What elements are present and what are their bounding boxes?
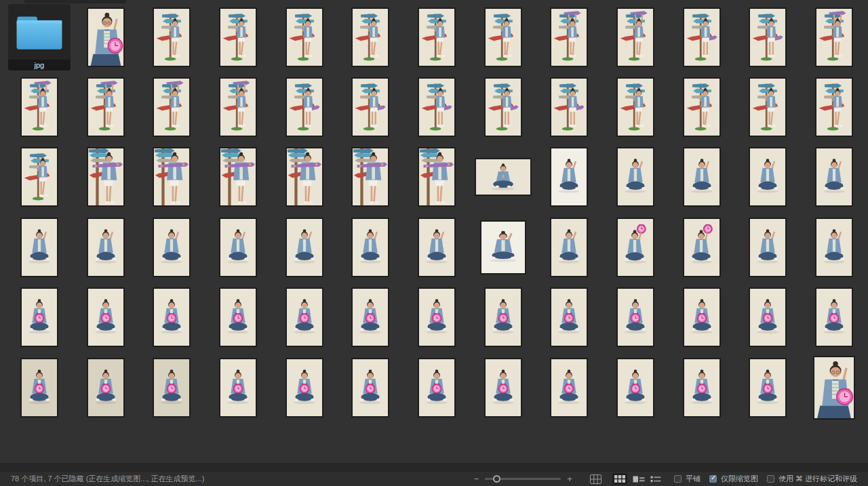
thumbnail-sign-lean[interactable] [153, 7, 191, 67]
thumbnail-sign-stand[interactable] [285, 77, 323, 137]
thumbnail-sit-clock[interactable] [749, 287, 787, 347]
thumbnail-sit-clock[interactable] [550, 287, 588, 347]
thumbnail-sit[interactable] [285, 218, 323, 277]
thumbnail-sit-clock[interactable] [219, 287, 257, 347]
thumbnail-sign-stand[interactable] [351, 77, 389, 137]
thumbnail-sign-lean[interactable] [351, 7, 389, 67]
thumbnail-sign-lean[interactable] [683, 77, 721, 137]
thumbnail-sit-clock[interactable] [351, 287, 389, 347]
thumbnail-sign-close[interactable] [418, 147, 456, 207]
thumbnail-sit-clock[interactable] [484, 287, 522, 347]
thumbnail-sit-clock[interactable] [484, 358, 522, 418]
thumbnail-sit-clock[interactable] [683, 287, 721, 347]
thumbnails-only-checkbox[interactable]: ✓ [709, 475, 717, 483]
grid-filled-icon [614, 475, 625, 483]
photo-illustration [481, 222, 525, 273]
thumbnail-sit-clock[interactable] [219, 358, 257, 418]
photo-illustration [88, 289, 123, 346]
thumbnail-sign-close[interactable] [351, 147, 389, 207]
grid-cell [669, 212, 735, 282]
thumbnail-sign-stand[interactable] [749, 7, 787, 67]
thumbnail-sit[interactable] [749, 147, 787, 207]
grid-view-button[interactable] [612, 473, 627, 485]
thumbnail-sign-close[interactable] [219, 147, 257, 207]
thumbnail-sit[interactable] [815, 218, 853, 277]
thumbnail-sign-lean[interactable] [285, 7, 323, 67]
zoom-out-button[interactable]: − [474, 474, 479, 483]
thumbnail-sign-lean[interactable] [749, 77, 787, 137]
thumbnail-sit-clock[interactable] [285, 287, 323, 347]
list-view-button[interactable] [650, 475, 661, 483]
thumbnail-sit[interactable] [153, 218, 191, 277]
grid-cell [73, 2, 139, 72]
thumbnail-sit-clock[interactable] [20, 287, 58, 347]
cmd-rating-checkbox[interactable] [767, 475, 774, 483]
thumbnail-sit[interactable] [351, 218, 389, 277]
thumbnail-sit-clock[interactable] [616, 287, 654, 347]
thumbnail-sit-clock[interactable] [749, 358, 787, 418]
thumbnail-sit-clock[interactable] [550, 358, 588, 418]
thumbnail-sit-clock[interactable] [418, 287, 456, 347]
thumbnail-sign-lean[interactable] [20, 147, 58, 207]
thumbnail-sign-lean[interactable] [815, 77, 853, 137]
thumbnail-sit-clock[interactable] [87, 358, 125, 418]
photo-illustration [220, 359, 256, 416]
thumbnail-sign-stand[interactable] [484, 77, 522, 137]
photo-illustration [684, 148, 719, 205]
thumbnail-sit[interactable] [550, 147, 588, 207]
thumbnail-portrait[interactable] [813, 356, 855, 420]
thumbnail-sit-clock[interactable] [815, 287, 853, 347]
thumbnail-sign-stand[interactable] [683, 7, 721, 67]
thumbnail-sit[interactable] [749, 218, 787, 277]
thumbnail-sign-lean[interactable] [219, 7, 257, 67]
thumbnail-sign-lean[interactable] [616, 77, 654, 137]
thumbnail-sign-stand[interactable] [550, 77, 588, 137]
thumbnail-sign-up[interactable] [550, 7, 588, 67]
thumbnail-meditate[interactable] [475, 158, 532, 196]
thumbnail-sign-up[interactable] [616, 7, 654, 67]
slider-knob[interactable] [493, 475, 500, 483]
thumbnail-sit-clock[interactable] [153, 358, 191, 418]
thumbnail-sit-clock[interactable] [153, 287, 191, 347]
folder-item[interactable]: jpg [8, 4, 71, 70]
thumbnail-sit[interactable] [815, 147, 853, 207]
thumbnail-sit-clock[interactable] [87, 287, 125, 347]
thumbnail-sit[interactable] [219, 218, 257, 277]
thumbnail-sign-stand[interactable] [418, 77, 456, 137]
thumbnail-sit-clock-up[interactable] [616, 218, 654, 277]
thumbnail-sign-lean[interactable] [418, 7, 456, 67]
thumbnail-portrait[interactable] [87, 7, 125, 67]
thumbnail-sign-up[interactable] [153, 77, 191, 137]
thumbnail-sit-clock[interactable] [20, 358, 58, 418]
thumbnail-sign-up[interactable] [815, 7, 853, 67]
thumbnail-sit[interactable] [418, 218, 456, 277]
thumbnail-sit-clock[interactable] [285, 358, 323, 418]
thumbnail-sit[interactable] [20, 218, 58, 277]
thumbnail-sign-up[interactable] [20, 77, 58, 137]
grid-cell [138, 352, 205, 422]
thumbnail-sign-close[interactable] [87, 147, 125, 207]
thumbnail-sit[interactable] [87, 218, 125, 277]
thumbnail-sit[interactable] [683, 147, 721, 207]
thumbnail-sign-up[interactable] [219, 77, 257, 137]
thumbnail-sit[interactable] [480, 220, 526, 275]
thumbnail-sit-clock[interactable] [683, 358, 721, 418]
thumbnail-sit[interactable] [550, 218, 588, 277]
thumbnail-sign-up[interactable] [87, 77, 125, 137]
thumbnail-sit-clock[interactable] [616, 358, 654, 418]
thumbnail-sit-clock[interactable] [418, 358, 456, 418]
thumbnail-sign-lean[interactable] [484, 7, 522, 67]
details-view-button[interactable] [633, 475, 645, 483]
thumbnail-sit-clock-up[interactable] [683, 218, 721, 277]
thumbnail-sit[interactable] [616, 147, 654, 207]
photo-illustration [154, 148, 189, 205]
tile-checkbox[interactable] [674, 475, 682, 483]
zoom-in-button[interactable]: + [567, 474, 572, 483]
thumbnail-sign-close[interactable] [153, 147, 191, 207]
thumbnail-sign-close[interactable] [285, 147, 323, 207]
grid-cell [536, 142, 603, 212]
lock-thumbnail-grid-button[interactable] [590, 474, 601, 484]
photo-illustration [486, 359, 521, 416]
thumbnail-size-slider[interactable] [485, 475, 561, 483]
thumbnail-sit-clock[interactable] [351, 358, 389, 418]
